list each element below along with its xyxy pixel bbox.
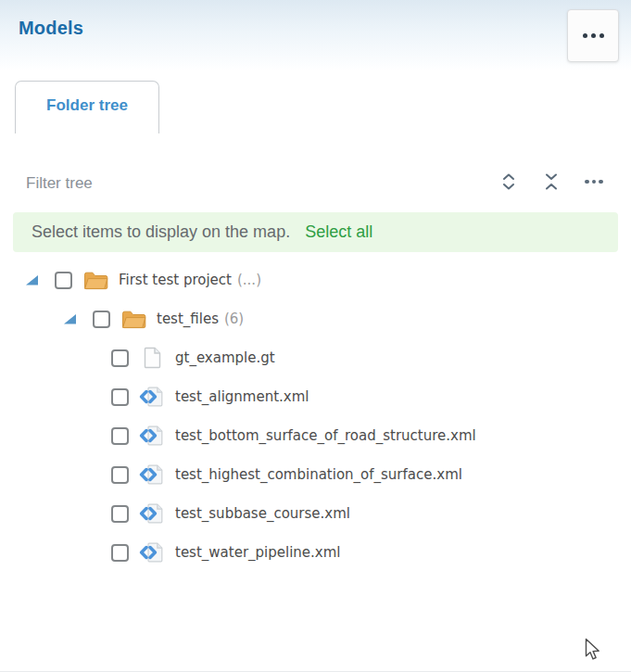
expander-icon[interactable] <box>26 275 38 285</box>
mouse-cursor <box>585 638 600 662</box>
banner-message: Select items to display on the map. <box>32 222 290 242</box>
select-all-link[interactable]: Select all <box>305 222 372 242</box>
tree-checkbox[interactable] <box>111 466 129 484</box>
xml-file-icon <box>139 463 165 486</box>
tree-item-label[interactable]: test_files <box>157 311 219 327</box>
tab-label: Folder tree <box>46 96 128 115</box>
tab-folder-tree[interactable]: Folder tree <box>15 81 159 133</box>
collapse-all-icon[interactable] <box>542 172 561 191</box>
tree-item-label[interactable]: test_alignment.xml <box>175 388 309 405</box>
tree-item-label[interactable]: test_bottom_surface_of_road_structure.xm… <box>175 427 476 444</box>
tree-row: gt_example.gt <box>0 338 631 377</box>
folder-icon <box>121 310 146 329</box>
panel-header: Models <box>0 0 631 70</box>
tree-item-label[interactable]: test_subbase_course.xml <box>175 505 350 522</box>
tree-item-label[interactable]: test_highest_combination_of_surface.xml <box>175 466 462 483</box>
tree-item-label[interactable]: test_water_pipeline.xml <box>175 544 340 561</box>
ellipsis-icon <box>585 180 603 184</box>
selection-banner: Select items to display on the map. Sele… <box>13 212 618 252</box>
models-panel: { "header": { "title": "Models" }, "menu… <box>0 0 631 672</box>
xml-file-icon <box>139 425 165 447</box>
tree-checkbox[interactable] <box>93 311 110 328</box>
tree-checkbox[interactable] <box>111 349 129 367</box>
ellipsis-icon <box>583 33 604 38</box>
tree-toolbar <box>0 165 631 202</box>
tree-item-suffix: (6) <box>224 311 244 327</box>
tree-checkbox[interactable] <box>111 388 129 406</box>
tree-row: test_subbase_course.xml <box>0 494 631 533</box>
tree-checkbox[interactable] <box>111 544 129 562</box>
filter-tree-input[interactable] <box>26 171 322 197</box>
folder-icon <box>83 271 108 290</box>
tree-row: test_files (6) <box>0 299 631 338</box>
tree-row: test_bottom_surface_of_road_structure.xm… <box>0 416 631 455</box>
tree-row: test_water_pipeline.xml <box>0 533 631 572</box>
toolbar-icons <box>499 172 603 191</box>
file-icon <box>144 347 161 369</box>
panel-menu-button[interactable] <box>567 9 619 62</box>
tree-more-button[interactable] <box>585 172 603 191</box>
xml-file-icon <box>139 386 165 408</box>
tree-checkbox[interactable] <box>55 272 72 289</box>
page-title: Models <box>19 18 83 39</box>
folder-tree: First test project (...) test_files (6) <box>0 260 631 572</box>
tree-checkbox[interactable] <box>111 427 129 445</box>
xml-file-icon <box>139 502 165 525</box>
tree-row: test_highest_combination_of_surface.xml <box>0 455 631 494</box>
expand-all-icon[interactable] <box>499 172 518 191</box>
tree-row: First test project (...) <box>0 260 631 299</box>
tree-item-suffix: (...) <box>237 272 261 288</box>
tree-item-label[interactable]: gt_example.gt <box>175 349 275 366</box>
tree-row: test_alignment.xml <box>0 377 631 416</box>
tree-item-label[interactable]: First test project <box>119 272 232 288</box>
expander-icon[interactable] <box>64 314 76 324</box>
tree-checkbox[interactable] <box>111 505 129 523</box>
xml-file-icon <box>139 541 165 564</box>
